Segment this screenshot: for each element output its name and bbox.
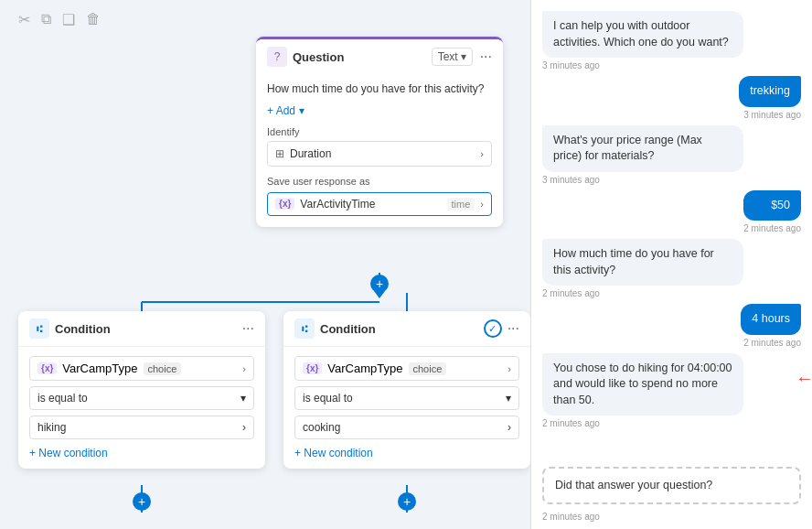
chevron-right-cond: › xyxy=(508,363,511,374)
message-time-4: 2 minutes ago xyxy=(743,223,801,233)
message-7-wrapper: You chose to do hiking for 04:00:00 and … xyxy=(542,353,801,429)
message-time-6: 2 minutes ago xyxy=(741,338,801,348)
chat-messages: I can help you with outdoor activities. … xyxy=(531,0,812,463)
message-bubble-4: $50 xyxy=(743,190,801,221)
message-text-3: What's your price range (Max price) for … xyxy=(553,134,702,163)
var-name-right: VarCampType xyxy=(327,362,402,375)
question-icon: ? xyxy=(267,47,287,67)
grid-icon: ⊞ xyxy=(275,147,284,160)
message-time-1: 3 minutes ago xyxy=(542,60,743,70)
question-card: ? Question Text ▾ ··· How much time do y… xyxy=(256,37,503,227)
message-bubble-3: What's your price range (Max price) for … xyxy=(542,125,743,172)
choice-badge-right: choice xyxy=(409,362,447,375)
message-bubble-6: 4 hours xyxy=(741,304,801,335)
equal-text-right: is equal to xyxy=(303,392,353,405)
var-badge: {x} xyxy=(275,198,294,210)
message-time-7: 2 minutes ago xyxy=(542,418,743,428)
last-message-text: Did that answer your question? xyxy=(555,479,712,491)
condition-more-left[interactable]: ··· xyxy=(242,320,254,337)
condition-check-icon: ✓ xyxy=(484,319,502,338)
chevron-right-icon-2: › xyxy=(480,199,484,210)
choice-badge-left: choice xyxy=(144,362,182,375)
var-badge-left: {x} xyxy=(37,362,57,374)
message-4: $50 2 minutes ago xyxy=(743,190,801,234)
add-node-button-top[interactable]: + xyxy=(370,275,389,293)
message-7: You chose to do hiking for 04:00:00 and … xyxy=(542,353,743,429)
new-condition-btn-left[interactable]: + New condition xyxy=(29,447,254,459)
message-text-1: I can help you with outdoor activities. … xyxy=(553,19,729,49)
condition-title-left: Condition xyxy=(55,322,111,336)
value-left: hiking xyxy=(37,421,66,434)
value-row-left[interactable]: hiking › xyxy=(29,416,254,439)
var-name-left: VarCampType xyxy=(62,362,137,375)
var-row-left[interactable]: {x} VarCampType choice › xyxy=(29,356,254,381)
condition-title-right: Condition xyxy=(320,322,376,336)
message-text-6: 4 hours xyxy=(752,312,790,325)
chevron-equal-left: ▾ xyxy=(240,392,246,405)
chat-panel: I can help you with outdoor activities. … xyxy=(530,0,812,529)
message-time-3: 3 minutes ago xyxy=(542,175,743,185)
message-text-5: How much time do you have for this activ… xyxy=(553,247,714,276)
message-bubble-2: trekking xyxy=(739,76,801,107)
identify-label: Identify xyxy=(267,126,492,137)
message-bubble-5: How much time do you have for this activ… xyxy=(542,239,743,286)
chevron-value-right: › xyxy=(508,421,511,434)
message-text-7: You chose to do hiking for 04:00:00 and … xyxy=(553,362,732,406)
value-row-right[interactable]: cooking › xyxy=(294,416,519,439)
chevron-value-left: › xyxy=(242,421,246,434)
type-badge[interactable]: Text ▾ xyxy=(432,48,473,66)
card-header-left: ? Question xyxy=(267,47,344,67)
identify-field[interactable]: ⊞ Duration › xyxy=(267,141,492,167)
flow-editor: ✂ ⧉ ❑ 🗑 + ? Question xyxy=(0,0,530,529)
cut-icon[interactable]: ✂ xyxy=(18,11,30,28)
condition-card-left: ⑆ Condition ··· {x} VarCampType choice ›… xyxy=(18,311,265,469)
message-2: trekking 3 minutes ago xyxy=(739,76,801,120)
chevron-equal-right: ▾ xyxy=(506,392,511,405)
message-6: 4 hours 2 minutes ago xyxy=(741,304,801,348)
var-type: time xyxy=(447,198,475,211)
add-button[interactable]: + Add ▾ xyxy=(267,104,492,117)
var-badge-right: {x} xyxy=(303,362,322,374)
condition-body-left: {x} VarCampType choice › is equal to ▾ h… xyxy=(18,347,265,469)
chevron-left: › xyxy=(242,363,246,374)
chevron-right-icon: › xyxy=(480,148,484,159)
message-time-5: 2 minutes ago xyxy=(542,288,743,298)
condition-body-right: {x} VarCampType choice › is equal to ▾ c… xyxy=(283,347,530,469)
equal-row-left[interactable]: is equal to ▾ xyxy=(29,386,254,410)
message-time-2: 3 minutes ago xyxy=(739,110,801,120)
message-bubble-1: I can help you with outdoor activities. … xyxy=(542,11,743,58)
condition-more-right[interactable]: ··· xyxy=(508,320,519,337)
paste-icon[interactable]: ❑ xyxy=(62,11,75,28)
var-field[interactable]: {x} VarActivityTime time › xyxy=(267,192,492,216)
more-options-icon[interactable]: ··· xyxy=(480,49,492,65)
copy-icon[interactable]: ⧉ xyxy=(41,11,51,28)
identify-value: Duration xyxy=(290,147,331,160)
message-text-2: trekking xyxy=(750,84,790,97)
condition-card-right: ⑆ Condition ✓ ··· {x} VarCampType choice… xyxy=(283,311,530,469)
var-row-right[interactable]: {x} VarCampType choice › xyxy=(294,356,519,381)
equal-row-right[interactable]: is equal to ▾ xyxy=(294,386,519,410)
question-text: How much time do you have for this activ… xyxy=(267,81,492,97)
message-bubble-7: You chose to do hiking for 04:00:00 and … xyxy=(542,353,743,416)
delete-icon[interactable]: 🗑 xyxy=(86,11,101,28)
message-1: I can help you with outdoor activities. … xyxy=(542,11,743,70)
message-text-4: $50 xyxy=(771,199,790,211)
card-title: Question xyxy=(293,50,344,64)
save-response-label: Save user response as xyxy=(267,176,492,187)
condition-icon-right: ⑆ xyxy=(294,318,315,339)
condition-icon-left: ⑆ xyxy=(29,318,49,339)
new-condition-btn-right[interactable]: + New condition xyxy=(294,447,519,459)
add-node-bottom-right[interactable]: + xyxy=(398,492,416,511)
last-message: Did that answer your question? xyxy=(542,467,801,505)
message-3: What's your price range (Max price) for … xyxy=(542,125,743,185)
value-right: cooking xyxy=(303,421,340,434)
add-node-bottom-left[interactable]: + xyxy=(133,492,151,511)
card-header: ? Question Text ▾ ··· xyxy=(256,39,503,74)
condition-header-right: ⑆ Condition ✓ ··· xyxy=(283,311,530,347)
var-name: VarActivityTime xyxy=(300,198,441,211)
equal-text-left: is equal to xyxy=(37,392,88,405)
last-message-time: 2 minutes ago xyxy=(531,508,812,529)
arrow-indicator: ← xyxy=(796,368,812,389)
message-5: How much time do you have for this activ… xyxy=(542,239,743,298)
condition-header-left: ⑆ Condition ··· xyxy=(18,311,265,347)
